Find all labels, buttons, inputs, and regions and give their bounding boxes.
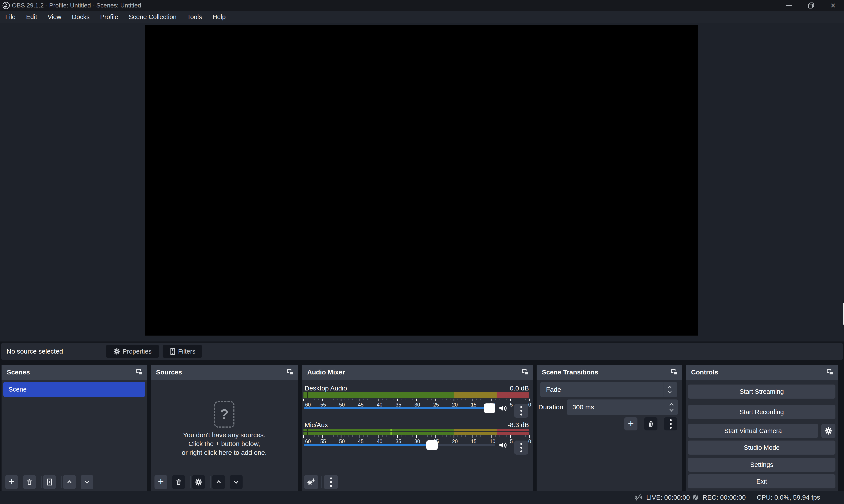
close-button[interactable]: × — [822, 0, 844, 11]
chevron-up-icon — [66, 479, 73, 486]
popout-icon[interactable] — [670, 368, 678, 376]
gear-icon — [824, 427, 832, 435]
transition-value: Fade — [546, 382, 561, 397]
add-transition-button[interactable]: + — [624, 417, 637, 430]
duration-label: Duration — [538, 399, 563, 415]
source-toolbar: No source selected Properties Filters — [1, 343, 843, 360]
toolbar-divider — [41, 476, 42, 488]
kebab-icon — [330, 478, 332, 487]
start-streaming-button[interactable]: Start Streaming — [688, 384, 836, 399]
slider-handle[interactable] — [426, 440, 438, 450]
sources-toolbar: + — [151, 475, 298, 489]
remove-source-button[interactable] — [172, 475, 185, 489]
gear-icon — [113, 348, 120, 355]
channel-name: Desktop Audio — [304, 384, 347, 392]
mixer-toolbar — [302, 475, 533, 489]
move-scene-up-button[interactable] — [63, 475, 76, 489]
channel-level-db: 0.0 dB — [510, 384, 529, 392]
start-recording-button[interactable]: Start Recording — [688, 405, 836, 419]
chevron-down-icon — [233, 479, 240, 486]
sources-panel: Sources ? You don't have any sources. Cl… — [151, 365, 298, 491]
restore-button[interactable] — [800, 0, 822, 11]
add-source-button[interactable]: + — [155, 475, 167, 489]
stream-inactive-icon — [633, 493, 643, 502]
mute-button[interactable] — [498, 403, 508, 413]
menu-view[interactable]: View — [42, 11, 67, 23]
volume-slider[interactable] — [304, 403, 497, 413]
slider-handle[interactable] — [484, 403, 495, 413]
cpu-fps-status: CPU: 0.0%, 59.94 fps — [757, 491, 820, 504]
source-properties-button[interactable] — [192, 475, 205, 489]
menu-edit[interactable]: Edit — [21, 11, 42, 23]
menu-scene-collection[interactable]: Scene Collection — [123, 11, 182, 23]
spinbox-arrows[interactable] — [666, 399, 677, 415]
duration-value: 300 ms — [573, 399, 594, 415]
right-edge-scrollbar[interactable] — [843, 303, 844, 325]
obs-logo-icon — [2, 1, 11, 10]
toolbar-divider — [321, 476, 322, 488]
gear-icon — [195, 478, 203, 486]
sources-header: Sources — [151, 365, 298, 380]
remove-scene-button[interactable] — [23, 475, 36, 489]
duration-spinbox[interactable]: 300 ms — [567, 399, 678, 415]
popout-icon[interactable] — [522, 368, 529, 376]
audio-mixer-panel: Audio Mixer Desktop Audio 0.0 dB -60-55-… — [302, 365, 533, 491]
scene-filters-button[interactable] — [43, 475, 56, 489]
channel-options-button[interactable] — [514, 440, 528, 455]
controls-title: Controls — [691, 368, 718, 376]
transition-select[interactable]: Fade — [540, 382, 677, 397]
virtual-camera-settings-button[interactable] — [821, 424, 836, 438]
filter-icon — [170, 347, 176, 355]
double-gear-icon — [306, 478, 316, 486]
scene-transitions-header: Scene Transitions — [537, 365, 682, 380]
move-scene-down-button[interactable] — [81, 475, 93, 489]
scenes-toolbar: + — [2, 475, 147, 489]
menu-help[interactable]: Help — [207, 11, 231, 23]
mute-button[interactable] — [498, 440, 508, 450]
kebab-icon — [520, 443, 522, 452]
transition-options-button[interactable] — [664, 417, 677, 430]
start-virtual-camera-button[interactable]: Start Virtual Camera — [688, 424, 818, 438]
menu-tools[interactable]: Tools — [182, 11, 207, 23]
channel-options-button[interactable] — [514, 403, 528, 418]
live-status: LIVE: 00:00:00 — [633, 491, 690, 504]
menu-docks[interactable]: Docks — [67, 11, 95, 23]
settings-button[interactable]: Settings — [688, 458, 836, 472]
advanced-audio-button[interactable] — [304, 475, 318, 489]
remove-transition-button[interactable] — [644, 417, 657, 430]
scene-list-item[interactable]: Scene — [3, 382, 145, 397]
toolbar-divider — [61, 476, 62, 488]
select-spinner-icons[interactable] — [664, 382, 675, 397]
mixer-options-button[interactable] — [324, 475, 338, 489]
audio-mixer-title: Audio Mixer — [307, 368, 345, 376]
move-source-up-button[interactable] — [212, 475, 225, 489]
menu-bar: File Edit View Docks Profile Scene Colle… — [0, 11, 844, 23]
preview-area — [0, 23, 844, 341]
popout-icon[interactable] — [826, 368, 834, 376]
record-inactive-icon — [691, 493, 699, 501]
missing-source-icon: ? — [214, 401, 234, 428]
studio-mode-button[interactable]: Studio Mode — [688, 440, 836, 455]
preview-canvas[interactable] — [145, 25, 698, 336]
minimize-button[interactable] — [778, 0, 800, 11]
source-status-label: No source selected — [6, 348, 63, 355]
volume-slider[interactable] — [304, 440, 497, 450]
scene-transitions-panel: Scene Transitions Fade Duration 300 ms + — [537, 365, 682, 491]
toolbar-divider — [210, 476, 211, 488]
exit-button[interactable]: Exit — [688, 474, 836, 488]
sources-title: Sources — [156, 368, 182, 376]
rec-status: REC: 00:00:00 — [691, 491, 746, 504]
trash-icon — [647, 420, 655, 428]
popout-icon[interactable] — [136, 368, 143, 376]
filters-button[interactable]: Filters — [163, 345, 202, 358]
menu-profile[interactable]: Profile — [95, 11, 123, 23]
menu-file[interactable]: File — [0, 11, 21, 23]
add-scene-button[interactable]: + — [5, 475, 18, 489]
move-source-down-button[interactable] — [230, 475, 243, 489]
trash-icon — [175, 478, 182, 486]
chevron-up-icon — [215, 479, 222, 486]
title-bar: OBS 29.1.2 - Profile: Untitled - Scenes:… — [0, 0, 844, 11]
popout-icon[interactable] — [286, 368, 294, 376]
properties-button[interactable]: Properties — [106, 345, 159, 358]
channel-name: Mic/Aux — [304, 421, 328, 429]
